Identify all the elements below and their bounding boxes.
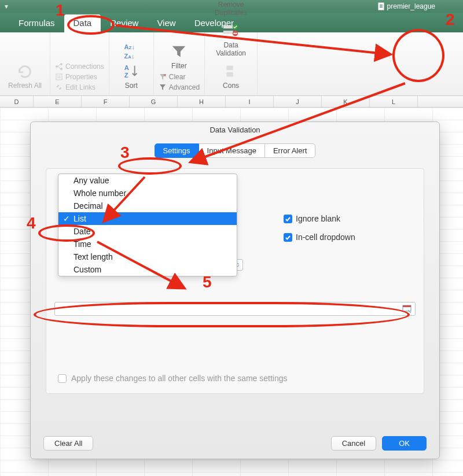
dialog-buttons: Clear All Cancel OK <box>43 436 427 451</box>
svg-rect-24 <box>403 305 411 307</box>
advanced-label: Advanced <box>169 83 200 91</box>
edit-links-button[interactable]: Edit Links <box>55 83 104 92</box>
refresh-all-label: Refresh All <box>8 82 42 90</box>
svg-rect-16 <box>223 25 233 29</box>
allow-option-decimal[interactable]: Decimal <box>58 200 237 212</box>
svg-text:Z: Z <box>124 72 128 79</box>
annotation-ring-4 <box>38 224 95 242</box>
col-header[interactable]: I <box>226 96 274 107</box>
advanced-icon <box>159 83 167 91</box>
consolidate-button[interactable]: Cons <box>219 60 242 92</box>
sort-desc-button[interactable]: ZA↓ <box>124 53 135 60</box>
svg-rect-8 <box>57 76 61 76</box>
filter-icon <box>170 42 188 61</box>
dialog-tab-input-message[interactable]: Input Message <box>199 143 265 158</box>
clear-label: Clear <box>169 73 186 81</box>
tab-formulas[interactable]: Formulas <box>9 14 64 32</box>
apply-to-others-label: Apply these changes to all other cells w… <box>71 374 288 383</box>
col-header[interactable]: E <box>34 96 82 107</box>
incell-dropdown-checkbox[interactable]: In-cell dropdown <box>284 233 355 242</box>
annotation-ring-2 <box>392 29 444 82</box>
annotation-ring-5 <box>34 302 410 327</box>
advanced-button[interactable]: Advanced <box>159 83 200 92</box>
svg-text:A: A <box>124 64 129 71</box>
checkbox-checked-icon <box>284 233 292 242</box>
data-validation-label: Data Validation <box>214 41 248 57</box>
checkbox-checked-icon <box>284 215 292 223</box>
col-header[interactable]: K <box>322 96 370 107</box>
allow-option-any-value[interactable]: Any value <box>58 174 237 187</box>
remove-duplicates-label: Remove Duplicates <box>213 1 249 17</box>
data-validation-button[interactable]: Data Validation <box>210 19 252 60</box>
sort-desc-icon: ZA↓ <box>124 53 135 60</box>
col-header[interactable]: L <box>370 96 418 107</box>
document-title: premier_league <box>387 2 435 10</box>
dialog-tab-error-alert[interactable]: Error Alert <box>265 143 316 158</box>
edit-links-label: Edit Links <box>65 83 95 91</box>
allow-option-whole-number[interactable]: Whole number <box>58 187 237 200</box>
refresh-all-button[interactable]: Refresh All <box>5 60 45 92</box>
dialog-tabs: Settings Input Message Error Alert <box>31 143 439 158</box>
properties-icon <box>55 73 63 81</box>
allow-option-text-length[interactable]: Text length <box>58 250 237 263</box>
allow-option-custom[interactable]: Custom <box>58 263 237 276</box>
remove-duplicates-button[interactable]: Remove Duplicates <box>210 0 252 19</box>
svg-point-5 <box>60 63 63 65</box>
column-headers: D E F G H I J K L <box>0 96 463 108</box>
svg-rect-9 <box>57 78 61 78</box>
sort-label: Sort <box>125 82 138 90</box>
sort-asc-icon: AZ↓ <box>124 43 135 50</box>
properties-button[interactable]: Properties <box>55 72 104 82</box>
properties-label: Properties <box>65 73 97 81</box>
connections-label: Connections <box>65 62 104 71</box>
col-header[interactable]: G <box>130 96 178 107</box>
dialog-panel: Ignore blank In-cell dropdown Any value … <box>46 168 424 394</box>
svg-rect-3 <box>380 7 383 8</box>
ignore-blank-label: Ignore blank <box>296 214 340 223</box>
edit-links-icon <box>55 83 63 91</box>
sort-button[interactable]: AZ Sort <box>114 60 149 92</box>
svg-point-6 <box>60 68 63 70</box>
svg-rect-2 <box>380 6 383 6</box>
svg-rect-1 <box>380 5 383 5</box>
clear-icon <box>159 73 167 81</box>
allow-dropdown[interactable]: Any value Whole number Decimal List Date… <box>58 174 237 276</box>
svg-rect-7 <box>56 74 62 80</box>
sort-asc-button[interactable]: AZ↓ <box>124 43 135 50</box>
svg-rect-17 <box>223 31 233 34</box>
connections-icon <box>55 62 63 71</box>
refresh-icon <box>16 62 34 81</box>
col-header[interactable]: F <box>82 96 130 107</box>
titlebar-menu-chevron[interactable]: ▾ <box>5 2 8 10</box>
col-header[interactable]: J <box>274 96 322 107</box>
sort-icon: AZ <box>122 62 141 80</box>
filter-label: Filter <box>171 62 187 70</box>
tab-view[interactable]: View <box>148 14 185 32</box>
apply-to-others-checkbox[interactable]: Apply these changes to all other cells w… <box>58 374 288 383</box>
ignore-blank-checkbox[interactable]: Ignore blank <box>284 214 355 223</box>
cancel-button[interactable]: Cancel <box>331 436 376 451</box>
svg-rect-22 <box>227 72 233 77</box>
col-header[interactable]: D <box>0 96 34 107</box>
connections-stack: Connections Properties Edit Links <box>55 62 104 92</box>
data-validation-dialog: Data Validation Settings Input Message E… <box>30 121 440 459</box>
svg-rect-21 <box>227 66 233 71</box>
annotation-ring-3 <box>118 157 182 175</box>
clear-button[interactable]: Clear <box>159 72 200 82</box>
consolidate-icon <box>225 62 237 80</box>
filter-button[interactable]: Filter <box>161 40 196 72</box>
consolidate-label: Cons <box>223 82 239 90</box>
clear-all-button[interactable]: Clear All <box>43 436 93 451</box>
checkbox-unchecked-icon <box>58 374 67 383</box>
allow-option-list[interactable]: List <box>58 212 237 225</box>
dialog-tab-settings[interactable]: Settings <box>155 143 199 158</box>
document-icon <box>378 2 385 10</box>
data-validation-icon <box>222 21 240 40</box>
ok-button[interactable]: OK <box>382 436 427 451</box>
dialog-title: Data Validation <box>31 122 439 139</box>
col-header[interactable]: H <box>178 96 226 107</box>
connections-button[interactable]: Connections <box>55 62 104 71</box>
annotation-ring-1 <box>67 15 115 35</box>
incell-dropdown-label: In-cell dropdown <box>296 233 355 242</box>
svg-rect-20 <box>233 33 237 34</box>
